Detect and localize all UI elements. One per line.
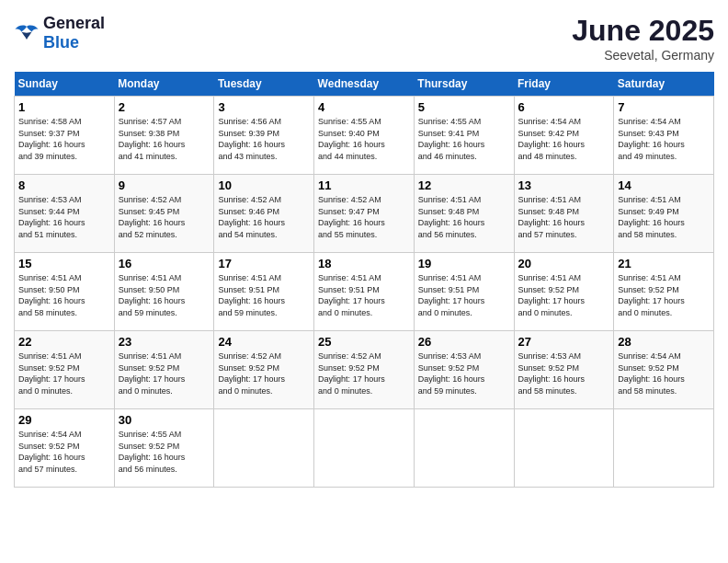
day-number: 18 (318, 257, 410, 270)
cell-info: Sunrise: 4:51 AM Sunset: 9:52 PM Dayligh… (119, 350, 210, 396)
day-number: 3 (218, 100, 310, 114)
logo-bird-icon (14, 24, 40, 42)
cell-info: Sunrise: 4:55 AM Sunset: 9:40 PM Dayligh… (318, 116, 410, 162)
day-number: 17 (218, 257, 310, 270)
cell-info: Sunrise: 4:53 AM Sunset: 9:52 PM Dayligh… (518, 350, 610, 396)
col-thursday: Thursday (414, 72, 514, 97)
cell-info: Sunrise: 4:58 AM Sunset: 9:37 PM Dayligh… (18, 116, 110, 162)
day-number: 15 (18, 257, 110, 270)
calendar-cell-empty (414, 409, 514, 488)
day-number: 26 (418, 335, 510, 349)
cell-info: Sunrise: 4:51 AM Sunset: 9:50 PM Dayligh… (18, 272, 110, 318)
day-number: 27 (518, 335, 610, 349)
week-row-3: 15Sunrise: 4:51 AM Sunset: 9:50 PM Dayli… (15, 253, 714, 331)
calendar-cell-8: 8Sunrise: 4:53 AM Sunset: 9:44 PM Daylig… (15, 175, 115, 253)
day-number: 29 (18, 413, 110, 427)
cell-info: Sunrise: 4:51 AM Sunset: 9:52 PM Dayligh… (18, 350, 110, 396)
calendar-cell-28: 28Sunrise: 4:54 AM Sunset: 9:52 PM Dayli… (614, 331, 714, 409)
day-number: 10 (218, 178, 310, 192)
cell-info: Sunrise: 4:51 AM Sunset: 9:51 PM Dayligh… (418, 272, 510, 318)
calendar-cell-24: 24Sunrise: 4:52 AM Sunset: 9:52 PM Dayli… (214, 331, 314, 409)
cell-info: Sunrise: 4:51 AM Sunset: 9:51 PM Dayligh… (318, 272, 410, 318)
cell-info: Sunrise: 4:51 AM Sunset: 9:48 PM Dayligh… (418, 194, 510, 240)
calendar-cell-30: 30Sunrise: 4:55 AM Sunset: 9:52 PM Dayli… (114, 409, 214, 488)
day-number: 1 (18, 100, 110, 114)
calendar-cell-10: 10Sunrise: 4:52 AM Sunset: 9:46 PM Dayli… (214, 175, 314, 253)
week-row-1: 1Sunrise: 4:58 AM Sunset: 9:37 PM Daylig… (15, 97, 714, 175)
day-number: 12 (418, 178, 510, 192)
cell-info: Sunrise: 4:52 AM Sunset: 9:52 PM Dayligh… (218, 350, 310, 396)
calendar-cell-1: 1Sunrise: 4:58 AM Sunset: 9:37 PM Daylig… (15, 97, 115, 175)
day-number: 20 (518, 257, 610, 270)
cell-info: Sunrise: 4:56 AM Sunset: 9:39 PM Dayligh… (218, 116, 310, 162)
cell-info: Sunrise: 4:55 AM Sunset: 9:41 PM Dayligh… (418, 116, 510, 162)
cell-info: Sunrise: 4:53 AM Sunset: 9:44 PM Dayligh… (18, 194, 110, 240)
calendar-cell-13: 13Sunrise: 4:51 AM Sunset: 9:48 PM Dayli… (514, 175, 614, 253)
cell-info: Sunrise: 4:54 AM Sunset: 9:43 PM Dayligh… (618, 116, 710, 162)
day-number: 21 (618, 257, 710, 270)
calendar-cell-3: 3Sunrise: 4:56 AM Sunset: 9:39 PM Daylig… (214, 97, 314, 175)
col-tuesday: Tuesday (214, 72, 314, 97)
calendar-cell-15: 15Sunrise: 4:51 AM Sunset: 9:50 PM Dayli… (15, 253, 115, 331)
col-saturday: Saturday (614, 72, 714, 97)
calendar-cell-19: 19Sunrise: 4:51 AM Sunset: 9:51 PM Dayli… (414, 253, 514, 331)
cell-info: Sunrise: 4:52 AM Sunset: 9:45 PM Dayligh… (119, 194, 210, 240)
calendar-cell-20: 20Sunrise: 4:51 AM Sunset: 9:52 PM Dayli… (514, 253, 614, 331)
calendar-cell-16: 16Sunrise: 4:51 AM Sunset: 9:50 PM Dayli… (114, 253, 214, 331)
calendar-cell-11: 11Sunrise: 4:52 AM Sunset: 9:47 PM Dayli… (314, 175, 415, 253)
calendar-title-area: June 2025 Seevetal, Germany (572, 14, 714, 63)
cell-info: Sunrise: 4:54 AM Sunset: 9:42 PM Dayligh… (518, 116, 610, 162)
day-number: 19 (418, 257, 510, 270)
cell-info: Sunrise: 4:55 AM Sunset: 9:52 PM Dayligh… (119, 429, 210, 475)
calendar-cell-18: 18Sunrise: 4:51 AM Sunset: 9:51 PM Dayli… (314, 253, 415, 331)
day-number: 6 (518, 100, 610, 114)
col-friday: Friday (514, 72, 614, 97)
col-monday: Monday (114, 72, 214, 97)
calendar-cell-empty (614, 409, 714, 488)
calendar-cell-12: 12Sunrise: 4:51 AM Sunset: 9:48 PM Dayli… (414, 175, 514, 253)
week-row-5: 29Sunrise: 4:54 AM Sunset: 9:52 PM Dayli… (15, 409, 714, 488)
day-number: 13 (518, 178, 610, 192)
logo: General Blue (14, 14, 105, 52)
calendar-cell-empty (214, 409, 314, 488)
day-number: 14 (618, 178, 710, 192)
day-number: 30 (119, 413, 210, 427)
calendar-cell-6: 6Sunrise: 4:54 AM Sunset: 9:42 PM Daylig… (514, 97, 614, 175)
cell-info: Sunrise: 4:53 AM Sunset: 9:52 PM Dayligh… (418, 350, 510, 396)
month-year-title: June 2025 (572, 14, 714, 48)
day-number: 2 (119, 100, 210, 114)
calendar-cell-5: 5Sunrise: 4:55 AM Sunset: 9:41 PM Daylig… (414, 97, 514, 175)
calendar-cell-27: 27Sunrise: 4:53 AM Sunset: 9:52 PM Dayli… (514, 331, 614, 409)
calendar-cell-4: 4Sunrise: 4:55 AM Sunset: 9:40 PM Daylig… (314, 97, 415, 175)
calendar-cell-9: 9Sunrise: 4:52 AM Sunset: 9:45 PM Daylig… (114, 175, 214, 253)
day-number: 16 (119, 257, 210, 270)
calendar-header-row: Sunday Monday Tuesday Wednesday Thursday… (15, 72, 714, 97)
week-row-4: 22Sunrise: 4:51 AM Sunset: 9:52 PM Dayli… (15, 331, 714, 409)
calendar-cell-14: 14Sunrise: 4:51 AM Sunset: 9:49 PM Dayli… (614, 175, 714, 253)
calendar-cell-empty (314, 409, 415, 488)
col-wednesday: Wednesday (314, 72, 415, 97)
cell-info: Sunrise: 4:54 AM Sunset: 9:52 PM Dayligh… (18, 429, 110, 475)
cell-info: Sunrise: 4:51 AM Sunset: 9:49 PM Dayligh… (618, 194, 710, 240)
week-row-2: 8Sunrise: 4:53 AM Sunset: 9:44 PM Daylig… (15, 175, 714, 253)
day-number: 9 (119, 178, 210, 192)
calendar-cell-26: 26Sunrise: 4:53 AM Sunset: 9:52 PM Dayli… (414, 331, 514, 409)
day-number: 11 (318, 178, 410, 192)
day-number: 4 (318, 100, 410, 114)
day-number: 24 (218, 335, 310, 349)
calendar-cell-17: 17Sunrise: 4:51 AM Sunset: 9:51 PM Dayli… (214, 253, 314, 331)
cell-info: Sunrise: 4:57 AM Sunset: 9:38 PM Dayligh… (119, 116, 210, 162)
calendar-cell-22: 22Sunrise: 4:51 AM Sunset: 9:52 PM Dayli… (15, 331, 115, 409)
calendar-cell-21: 21Sunrise: 4:51 AM Sunset: 9:52 PM Dayli… (614, 253, 714, 331)
day-number: 28 (618, 335, 710, 349)
cell-info: Sunrise: 4:51 AM Sunset: 9:51 PM Dayligh… (218, 272, 310, 318)
cell-info: Sunrise: 4:52 AM Sunset: 9:46 PM Dayligh… (218, 194, 310, 240)
cell-info: Sunrise: 4:51 AM Sunset: 9:52 PM Dayligh… (618, 272, 710, 318)
page-header: General Blue June 2025 Seevetal, Germany (14, 14, 714, 63)
day-number: 8 (18, 178, 110, 192)
cell-info: Sunrise: 4:51 AM Sunset: 9:52 PM Dayligh… (518, 272, 610, 318)
day-number: 22 (18, 335, 110, 349)
calendar-cell-empty (514, 409, 614, 488)
cell-info: Sunrise: 4:51 AM Sunset: 9:50 PM Dayligh… (119, 272, 210, 318)
day-number: 23 (119, 335, 210, 349)
